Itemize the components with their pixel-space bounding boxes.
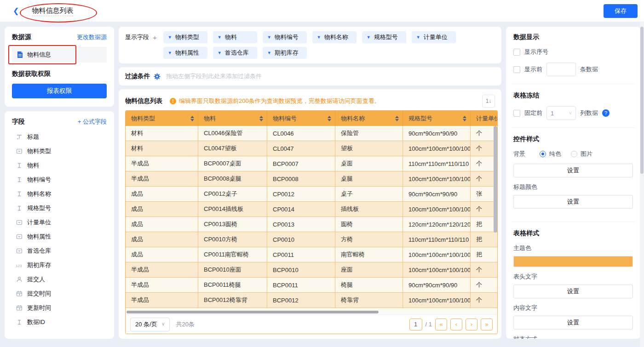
sort-arrows-icon[interactable] xyxy=(259,116,263,121)
display-field-chip-首选仓库[interactable]: ▼首选仓库 xyxy=(213,47,257,59)
table-vertical-scrollbar[interactable] xyxy=(494,126,497,308)
page-size-select[interactable]: 20 条/页 ˅ xyxy=(130,318,170,331)
field-item-期初库存[interactable]: 123期初库存 xyxy=(12,258,107,272)
sort-order-icon[interactable]: 1↓ xyxy=(482,95,495,108)
column-header-规格型号[interactable]: 规格型号 xyxy=(403,111,471,126)
display-field-chip-物料[interactable]: ▼物料 xyxy=(213,31,257,43)
field-item-label: 更新时间 xyxy=(27,304,51,312)
display-field-chip-期初库存[interactable]: ▼期初库存 xyxy=(263,47,307,59)
field-item-提交人[interactable]: 提交人 xyxy=(12,272,107,286)
table-row[interactable]: 成品CP0014插线板CP0014插线板100cm*100cm*100/100个 xyxy=(126,202,497,217)
sort-arrows-icon[interactable] xyxy=(328,116,331,121)
add-display-field-icon[interactable]: + xyxy=(153,34,157,41)
table-row[interactable]: 成品CP0010方椅CP0010方椅110cm*110cm*110/110把 xyxy=(126,232,497,247)
title-color-set-button[interactable]: 设置 xyxy=(513,195,633,209)
field-item-数据ID[interactable]: 数据ID xyxy=(12,315,107,329)
filter-card: 过滤条件 拖动左侧字段到此处来添加过滤条件 xyxy=(119,67,501,85)
column-header-物料类型[interactable]: 物料类型 xyxy=(126,111,198,126)
field-item-计量单位[interactable]: 计量单位 xyxy=(12,215,107,229)
sort-arrows-icon[interactable] xyxy=(395,116,399,121)
svg-text:123: 123 xyxy=(16,263,22,267)
page-title[interactable]: 物料信息列表 xyxy=(32,6,73,16)
field-item-物料类型[interactable]: 物料类型 xyxy=(12,144,107,158)
filter-dropzone[interactable]: 拖动左侧字段到此处来添加过滤条件 xyxy=(166,72,262,80)
preview-notice-text: 编辑界面只取数据源前200条作为查询数据预览，完整数据请访问页面查看。 xyxy=(179,97,380,105)
field-item-更新时间[interactable]: 更新时间 xyxy=(12,301,107,315)
background-set-button[interactable]: 设置 xyxy=(513,164,633,177)
freeze-checkbox[interactable] xyxy=(513,110,520,117)
field-item-首选仓库[interactable]: 首选仓库 xyxy=(12,244,107,258)
table-row[interactable]: 半成品BCP0008桌腿BCP0008桌腿100cm*100cm*100/100… xyxy=(126,171,497,187)
content-text-set-button[interactable]: 设置 xyxy=(513,316,633,330)
text-field-icon xyxy=(16,176,23,183)
table-cell: BCP0007桌面 xyxy=(198,156,267,171)
sort-arrows-icon[interactable] xyxy=(190,116,194,121)
show-index-checkbox[interactable] xyxy=(513,49,520,56)
field-item-提交时间[interactable]: 提交时间 xyxy=(12,286,107,301)
table-row[interactable]: 成品CP0011南官帽椅CP0011南官帽椅100cm*100cm*100/10… xyxy=(126,247,497,262)
report-permission-button[interactable]: 报表权限 xyxy=(12,84,107,98)
caret-down-icon: ▼ xyxy=(267,51,271,55)
prev-page-button[interactable]: ‹ xyxy=(450,319,462,330)
column-header-物料[interactable]: 物料 xyxy=(198,111,267,126)
theme-color-swatch[interactable] xyxy=(513,256,633,267)
field-item-物料属性[interactable]: 物料属性 xyxy=(12,229,107,244)
table-cell: 望板 xyxy=(335,141,403,156)
sort-arrows-icon[interactable] xyxy=(463,116,466,121)
text-field-icon xyxy=(16,205,23,212)
table-row[interactable]: 半成品BCP0012椅靠背BCP0012椅靠背100cm*100cm*100/1… xyxy=(126,293,497,308)
field-item-物料[interactable]: 物料 xyxy=(12,158,107,172)
field-item-label: 标题 xyxy=(27,133,39,141)
help-icon[interactable]: ? xyxy=(602,109,610,117)
table-row[interactable]: 半成品BCP0010座面BCP0010座面100cm*100cm*100/100… xyxy=(126,262,497,278)
table-row[interactable]: 成品CP0012桌子CP0012桌子90cm*90cm*90/90张 xyxy=(126,187,497,202)
field-item-规格型号[interactable]: 规格型号 xyxy=(12,201,107,215)
table-cell: BCP0011椅腿 xyxy=(198,278,267,293)
display-field-chip-物料类型[interactable]: ▼物料类型 xyxy=(163,31,207,43)
field-item-物料编号[interactable]: 物料编号 xyxy=(12,172,107,187)
table-row[interactable]: 半成品BCP0011椅腿BCP0011椅腿90cm*90cm*90/90个 xyxy=(126,278,497,293)
table-cell: 半成品 xyxy=(126,156,198,171)
first-page-button[interactable]: « xyxy=(435,319,447,330)
show-first-checkbox[interactable] xyxy=(513,66,520,73)
gear-icon[interactable] xyxy=(154,73,161,80)
display-field-chip-物料名称[interactable]: ▼物料名称 xyxy=(312,31,356,43)
table-row[interactable]: 成品CP0013圆椅CP0013圆椅120cm*120cm*120/120把 xyxy=(126,217,497,232)
page-number-input[interactable]: 1 xyxy=(409,319,422,330)
field-item-label: 物料类型 xyxy=(27,147,51,155)
chip-label: 物料 xyxy=(225,33,237,41)
display-field-chip-规格型号[interactable]: ▼规格型号 xyxy=(362,31,406,43)
table-row[interactable]: 材料CL0046保险管CL0046保险管90cm*90cm*90/90个 xyxy=(126,126,497,141)
last-page-button[interactable]: » xyxy=(481,319,493,330)
solid-color-radio[interactable] xyxy=(540,151,546,157)
back-icon[interactable]: ❮ xyxy=(13,6,19,15)
filter-label: 过滤条件 xyxy=(125,72,150,80)
column-header-物料名称[interactable]: 物料名称 xyxy=(335,111,403,126)
table-horizontal-scrollbar[interactable] xyxy=(126,310,497,314)
display-field-chip-物料属性[interactable]: ▼物料属性 xyxy=(163,47,207,59)
column-header-计量单位[interactable]: 计量单位 xyxy=(471,111,498,126)
freeze-count-select[interactable]: 1˅ xyxy=(546,106,576,120)
table-row[interactable]: 材料CL0047望板CL0047望板100cm*100cm*100/100个 xyxy=(126,141,497,156)
save-button[interactable]: 保存 xyxy=(604,4,638,18)
select-field-icon xyxy=(16,247,23,255)
table-row[interactable]: 半成品BCP0007桌面BCP0007桌面110cm*110cm*110/110… xyxy=(126,156,497,171)
change-datasource-link[interactable]: 更改数据源 xyxy=(77,33,107,41)
chip-label: 物料名称 xyxy=(324,33,348,41)
field-item-标题[interactable]: 标题 xyxy=(12,130,107,144)
show-first-input[interactable] xyxy=(546,63,576,76)
field-item-物料名称[interactable]: 物料名称 xyxy=(12,187,107,201)
table-cell: 成品 xyxy=(126,187,198,202)
field-item-label: 物料 xyxy=(27,161,39,170)
display-field-chip-计量单位[interactable]: ▼计量单位 xyxy=(412,31,456,43)
add-formula-field-link[interactable]: + 公式字段 xyxy=(78,118,107,126)
image-radio[interactable] xyxy=(571,151,577,157)
header-text-set-button[interactable]: 设置 xyxy=(513,284,633,298)
datasource-item[interactable]: 物料信息 xyxy=(12,47,107,63)
page-scrollbar[interactable] xyxy=(640,22,644,347)
table-cell: BCP0012椅靠背 xyxy=(198,293,267,308)
column-header-物料编号[interactable]: 物料编号 xyxy=(267,111,335,126)
next-page-button[interactable]: › xyxy=(466,319,477,330)
table-cell: 桌面 xyxy=(335,156,403,171)
display-field-chip-物料编号[interactable]: ▼物料编号 xyxy=(263,31,307,43)
